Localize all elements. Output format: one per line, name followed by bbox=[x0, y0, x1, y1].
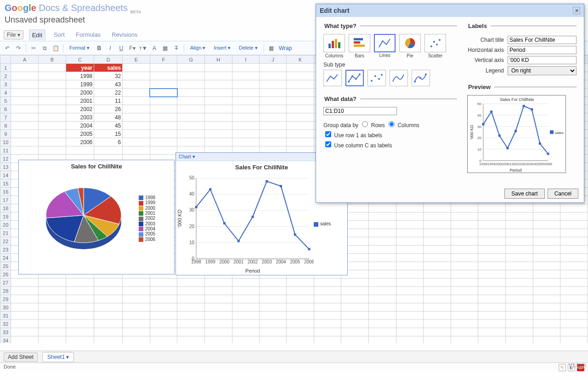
cell[interactable] bbox=[177, 122, 205, 130]
clear-format-icon[interactable]: T bbox=[173, 45, 180, 52]
cell[interactable] bbox=[94, 328, 123, 336]
cell[interactable] bbox=[232, 295, 259, 303]
cell[interactable] bbox=[39, 113, 66, 122]
cell[interactable] bbox=[560, 204, 588, 212]
cell[interactable] bbox=[287, 97, 314, 105]
cell[interactable] bbox=[396, 312, 424, 320]
cell[interactable] bbox=[287, 336, 314, 344]
cell[interactable]: 43 bbox=[94, 80, 123, 89]
cell[interactable] bbox=[11, 138, 39, 146]
cell[interactable] bbox=[478, 237, 506, 246]
cell[interactable] bbox=[424, 229, 451, 237]
cell[interactable] bbox=[424, 320, 451, 328]
cell[interactable] bbox=[232, 312, 259, 320]
cell[interactable] bbox=[259, 105, 286, 113]
cell[interactable] bbox=[451, 270, 478, 279]
wrap-toggle[interactable]: Wrap bbox=[279, 45, 292, 51]
cell[interactable] bbox=[533, 270, 560, 279]
cell[interactable] bbox=[39, 130, 66, 138]
cell[interactable] bbox=[11, 105, 39, 113]
cell[interactable] bbox=[94, 312, 123, 320]
cell[interactable] bbox=[66, 279, 94, 287]
cell[interactable] bbox=[39, 287, 66, 295]
cell[interactable] bbox=[287, 287, 314, 295]
cell[interactable]: year bbox=[66, 64, 94, 72]
cell[interactable] bbox=[287, 130, 314, 138]
cell[interactable]: 32 bbox=[94, 72, 123, 80]
cell[interactable] bbox=[232, 320, 259, 328]
cell[interactable] bbox=[396, 204, 424, 212]
cell[interactable] bbox=[451, 212, 478, 221]
cell[interactable] bbox=[66, 146, 94, 155]
font-icon[interactable]: F▾ bbox=[129, 45, 136, 52]
cell[interactable]: 2004 bbox=[66, 122, 94, 130]
vaxis-input[interactable] bbox=[508, 56, 577, 64]
cell[interactable] bbox=[506, 303, 533, 312]
cell[interactable] bbox=[506, 254, 533, 262]
cell[interactable] bbox=[451, 221, 478, 229]
cell[interactable] bbox=[205, 97, 232, 105]
cell[interactable] bbox=[451, 279, 478, 287]
cell[interactable] bbox=[39, 328, 66, 336]
cell[interactable] bbox=[177, 64, 205, 72]
cell[interactable] bbox=[205, 130, 232, 138]
cell[interactable] bbox=[424, 312, 451, 320]
cell[interactable] bbox=[451, 254, 478, 262]
cell[interactable] bbox=[424, 221, 451, 229]
cell[interactable] bbox=[232, 138, 259, 146]
cell[interactable] bbox=[560, 328, 588, 336]
cell[interactable] bbox=[478, 279, 506, 287]
cell[interactable] bbox=[533, 287, 560, 295]
cell[interactable] bbox=[396, 254, 424, 262]
cell[interactable] bbox=[150, 122, 177, 130]
cell[interactable] bbox=[123, 138, 150, 146]
cell[interactable] bbox=[177, 287, 205, 295]
cell[interactable] bbox=[478, 336, 506, 344]
cell[interactable] bbox=[287, 312, 314, 320]
cell[interactable] bbox=[39, 336, 66, 344]
cell[interactable] bbox=[150, 113, 177, 122]
cell[interactable] bbox=[506, 279, 533, 287]
cell[interactable] bbox=[368, 229, 396, 237]
cell[interactable] bbox=[205, 64, 232, 72]
cell[interactable] bbox=[177, 130, 205, 138]
cell[interactable] bbox=[232, 303, 259, 312]
cell[interactable] bbox=[123, 279, 150, 287]
cell[interactable] bbox=[451, 295, 478, 303]
cell[interactable] bbox=[177, 320, 205, 328]
cell[interactable] bbox=[39, 72, 66, 80]
cell[interactable] bbox=[232, 287, 259, 295]
cell[interactable] bbox=[150, 303, 177, 312]
cell[interactable] bbox=[560, 270, 588, 279]
cell[interactable] bbox=[177, 138, 205, 146]
cell[interactable] bbox=[533, 229, 560, 237]
cell[interactable] bbox=[533, 254, 560, 262]
paste-icon[interactable]: 📋 bbox=[52, 45, 59, 52]
cell[interactable] bbox=[396, 303, 424, 312]
cell[interactable] bbox=[533, 279, 560, 287]
chart-type-bars[interactable]: Bars bbox=[349, 34, 370, 52]
cell[interactable] bbox=[478, 246, 506, 254]
cell[interactable] bbox=[368, 336, 396, 344]
cell[interactable] bbox=[506, 320, 533, 328]
cell[interactable] bbox=[506, 270, 533, 279]
cell[interactable] bbox=[259, 336, 286, 344]
cell[interactable] bbox=[177, 336, 205, 344]
cell[interactable] bbox=[11, 72, 39, 80]
cell[interactable] bbox=[533, 320, 560, 328]
cell[interactable] bbox=[560, 336, 588, 344]
undo-icon[interactable]: ↶ bbox=[4, 45, 11, 52]
cell[interactable] bbox=[94, 146, 123, 155]
cell[interactable] bbox=[123, 328, 150, 336]
cell[interactable] bbox=[232, 105, 259, 113]
cell[interactable] bbox=[150, 287, 177, 295]
cell[interactable] bbox=[150, 146, 177, 155]
cell[interactable] bbox=[11, 336, 39, 344]
cell[interactable] bbox=[396, 212, 424, 221]
cell[interactable] bbox=[177, 279, 205, 287]
cell[interactable] bbox=[287, 105, 314, 113]
cell[interactable] bbox=[259, 72, 286, 80]
cell[interactable] bbox=[341, 336, 369, 344]
cell[interactable] bbox=[506, 312, 533, 320]
cell[interactable] bbox=[66, 328, 94, 336]
